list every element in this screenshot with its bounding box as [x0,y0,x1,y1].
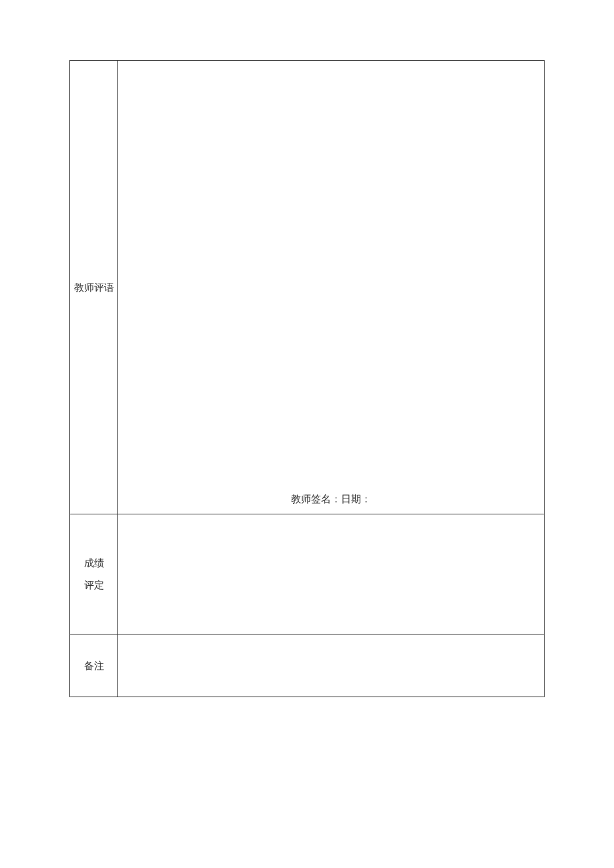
remarks-label: 备注 [70,634,118,697]
grade-label-line2: 评定 [84,574,104,596]
teacher-comment-label: 教师评语 [70,61,118,514]
grade-label-line1: 成绩 [84,552,104,574]
remarks-label-text: 备注 [84,658,104,674]
remarks-content [118,634,544,697]
teacher-comment-label-text: 教师评语 [74,280,114,296]
signature-date-line: 教师签名：日期： [118,493,544,506]
teacher-comment-row: 教师评语 教师签名：日期： [70,61,544,514]
teacher-comment-content: 教师签名：日期： [118,61,544,514]
evaluation-table: 教师评语 教师签名：日期： 成绩 评定 备注 [69,60,545,697]
remarks-row: 备注 [70,634,544,697]
grade-assessment-content [118,514,544,634]
grade-assessment-label: 成绩 评定 [70,514,118,634]
grade-assessment-row: 成绩 评定 [70,514,544,634]
